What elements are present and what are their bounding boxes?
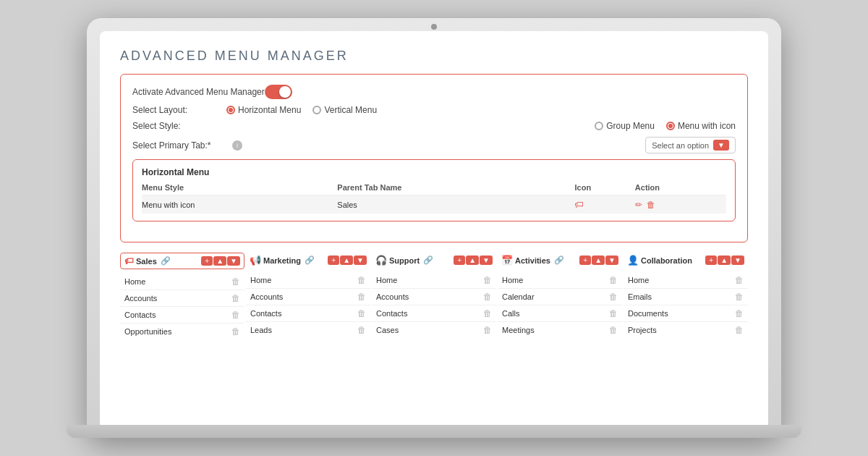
list-item: Contacts 🗑 bbox=[246, 305, 370, 322]
projects-delete-icon[interactable]: 🗑 bbox=[735, 325, 744, 335]
primary-tab-dropdown[interactable]: Select an option ▼ bbox=[645, 137, 736, 153]
leads-delete-icon[interactable]: 🗑 bbox=[357, 325, 366, 335]
item-home: Home bbox=[124, 277, 145, 286]
collaboration-tab-icon: 👤 bbox=[627, 255, 639, 266]
marketing-add-button[interactable]: + bbox=[328, 256, 339, 265]
collaboration-add-button[interactable]: + bbox=[705, 256, 717, 265]
laptop-shell: ADVANCED MENU MANAGER Activate Advanced … bbox=[87, 18, 781, 438]
emails-delete-icon[interactable]: 🗑 bbox=[735, 292, 744, 302]
activities-items: Home 🗑 Calendar 🗑 Calls 🗑 Meetings 🗑 bbox=[498, 272, 622, 338]
support-add-button[interactable]: + bbox=[454, 256, 465, 265]
item-emails: Emails bbox=[628, 292, 652, 301]
support-link-icon[interactable]: 🔗 bbox=[423, 256, 433, 265]
contacts-delete-icon[interactable]: 🗑 bbox=[231, 310, 240, 320]
tab-header-sales: 🏷 Sales 🔗 + ▲ ▼ bbox=[120, 253, 244, 269]
style-menu-icon[interactable]: Menu with icon bbox=[666, 121, 736, 131]
activities-tab-icon: 📅 bbox=[501, 255, 513, 266]
layout-horizontal[interactable]: Horizontal Menu bbox=[226, 105, 301, 115]
accounts-delete-icon[interactable]: 🗑 bbox=[231, 293, 240, 303]
style-icon-label: Menu with icon bbox=[678, 121, 736, 131]
primary-tab-inner: Select Primary Tab:* i bbox=[132, 140, 242, 151]
marketing-items: Home 🗑 Accounts 🗑 Contacts 🗑 Leads 🗑 bbox=[246, 272, 370, 338]
documents-delete-icon[interactable]: 🗑 bbox=[735, 308, 744, 318]
list-item: Accounts 🗑 bbox=[372, 289, 496, 305]
item-accounts: Accounts bbox=[124, 294, 157, 303]
item-projects: Projects bbox=[628, 326, 657, 334]
layout-horizontal-label: Horizontal Menu bbox=[238, 105, 301, 115]
delete-icon[interactable]: 🗑 bbox=[647, 200, 655, 210]
home-delete-icon[interactable]: 🗑 bbox=[735, 275, 744, 285]
contacts-delete-icon[interactable]: 🗑 bbox=[357, 308, 366, 318]
activate-label: Activate Advanced Menu Manager bbox=[132, 87, 265, 97]
sales-items: Home 🗑 Accounts 🗑 Contacts 🗑 Opportuniti… bbox=[120, 274, 244, 339]
home-delete-icon[interactable]: 🗑 bbox=[357, 275, 366, 285]
contacts-delete-icon[interactable]: 🗑 bbox=[483, 308, 492, 318]
page-title: ADVANCED MENU MANAGER bbox=[120, 48, 748, 64]
home-delete-icon[interactable]: 🗑 bbox=[609, 275, 618, 285]
home-delete-icon[interactable]: 🗑 bbox=[231, 276, 240, 287]
activate-row: Activate Advanced Menu Manager bbox=[132, 85, 736, 99]
marketing-down-button[interactable]: ▼ bbox=[354, 256, 367, 265]
activate-toggle[interactable] bbox=[265, 85, 292, 99]
style-label: Select Style: bbox=[132, 121, 226, 131]
calendar-delete-icon[interactable]: 🗑 bbox=[609, 292, 618, 302]
col-menu-style: Menu Style bbox=[142, 183, 337, 195]
accounts-delete-icon[interactable]: 🗑 bbox=[483, 292, 492, 302]
radio-vertical-icon bbox=[312, 106, 321, 114]
radio-menu-icon-icon bbox=[666, 122, 675, 130]
layout-row: Select Layout: Horizontal Menu Vertical … bbox=[132, 105, 736, 115]
horizontal-menu-card: Horizontal Menu Menu Style Parent Tab Na… bbox=[132, 159, 736, 221]
home-delete-icon[interactable]: 🗑 bbox=[483, 275, 492, 285]
activities-link-icon[interactable]: 🔗 bbox=[554, 256, 564, 265]
collaboration-down-button[interactable]: ▼ bbox=[731, 256, 744, 265]
activities-up-button[interactable]: ▲ bbox=[592, 256, 605, 265]
info-icon[interactable]: i bbox=[232, 140, 242, 151]
opportunities-delete-icon[interactable]: 🗑 bbox=[231, 326, 240, 337]
list-item: Accounts 🗑 bbox=[120, 290, 244, 307]
support-up-button[interactable]: ▲ bbox=[466, 256, 479, 265]
item-meetings: Meetings bbox=[502, 326, 535, 334]
support-down-button[interactable]: ▼ bbox=[480, 256, 493, 265]
style-group-menu[interactable]: Group Menu bbox=[595, 121, 655, 131]
list-item: Leads 🗑 bbox=[246, 322, 370, 338]
marketing-link-icon[interactable]: 🔗 bbox=[305, 256, 315, 265]
list-item: Home 🗑 bbox=[498, 272, 622, 289]
style-radio-group: Group Menu Menu with icon bbox=[595, 121, 736, 131]
sales-link-icon[interactable]: 🔗 bbox=[161, 256, 171, 266]
activities-tab-label: Activities bbox=[515, 256, 550, 265]
style-group-label: Group Menu bbox=[606, 121, 655, 131]
edit-icon[interactable]: ✏ bbox=[635, 200, 642, 210]
tab-header-marketing: 📢 Marketing 🔗 + ▲ ▼ bbox=[246, 253, 370, 268]
item-opportunities: Opportunities bbox=[124, 327, 171, 336]
list-item: Cases 🗑 bbox=[372, 322, 496, 338]
collaboration-tab-label: Collaboration bbox=[641, 256, 692, 265]
dropdown-arrow-button[interactable]: ▼ bbox=[713, 140, 729, 151]
sales-up-button[interactable]: ▲ bbox=[213, 256, 226, 266]
list-item: Opportunities 🗑 bbox=[120, 324, 244, 339]
sales-add-button[interactable]: + bbox=[201, 256, 213, 266]
tab-header-support: 🎧 Support 🔗 + ▲ ▼ bbox=[372, 253, 496, 268]
layout-vertical[interactable]: Vertical Menu bbox=[312, 105, 377, 115]
collaboration-up-button[interactable]: ▲ bbox=[718, 256, 731, 265]
list-item: Home 🗑 bbox=[246, 272, 370, 289]
horizontal-menu-title: Horizontal Menu bbox=[142, 167, 726, 177]
menu-table: Menu Style Parent Tab Name Icon Action M… bbox=[142, 183, 726, 214]
cases-delete-icon[interactable]: 🗑 bbox=[483, 325, 492, 335]
laptop-base bbox=[67, 425, 801, 438]
marketing-tab-label: Marketing bbox=[263, 256, 301, 265]
accounts-delete-icon[interactable]: 🗑 bbox=[357, 292, 366, 302]
calls-delete-icon[interactable]: 🗑 bbox=[609, 308, 618, 318]
marketing-up-button[interactable]: ▲ bbox=[340, 256, 353, 265]
radio-group-menu-icon bbox=[595, 122, 603, 130]
activities-down-button[interactable]: ▼ bbox=[605, 256, 618, 265]
item-documents: Documents bbox=[628, 309, 668, 318]
item-home: Home bbox=[628, 276, 649, 284]
activities-add-button[interactable]: + bbox=[579, 256, 591, 265]
tag-icon: 🏷 bbox=[574, 199, 584, 210]
list-item: Calendar 🗑 bbox=[498, 289, 622, 305]
meetings-delete-icon[interactable]: 🗑 bbox=[609, 325, 618, 335]
laptop-screen: ADVANCED MENU MANAGER Activate Advanced … bbox=[100, 31, 768, 425]
support-tab-label: Support bbox=[389, 256, 420, 265]
sales-down-button[interactable]: ▼ bbox=[227, 256, 240, 266]
list-item: Home 🗑 bbox=[372, 272, 496, 289]
